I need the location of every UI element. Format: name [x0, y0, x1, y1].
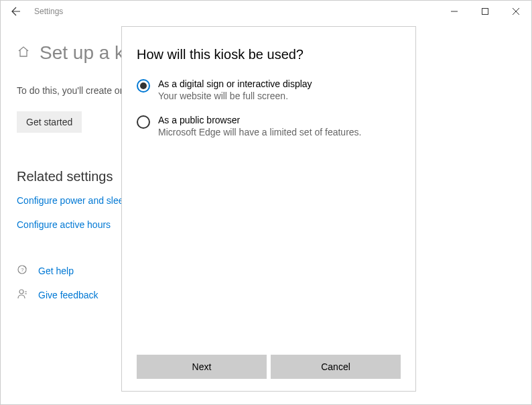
radio-text: As a digital sign or interactive display…: [158, 78, 312, 101]
radio-sublabel: Your website will be full screen.: [158, 91, 312, 101]
feedback-icon: [17, 288, 29, 302]
back-button[interactable]: [6, 1, 26, 21]
radio-sublabel: Microsoft Edge will have a limited set o…: [158, 127, 361, 137]
svg-rect-0: [482, 9, 488, 15]
radio-inner-dot: [140, 82, 147, 89]
cancel-button[interactable]: Cancel: [271, 355, 401, 379]
dialog-buttons: Next Cancel: [137, 355, 401, 379]
home-icon: [17, 45, 30, 61]
svg-text:?: ?: [21, 267, 24, 273]
help-icon: ?: [17, 264, 29, 278]
window-controls: [439, 1, 531, 22]
maximize-button[interactable]: [470, 1, 501, 22]
titlebar: Settings: [1, 1, 531, 22]
minimize-button[interactable]: [439, 1, 470, 22]
get-started-button[interactable]: Get started: [17, 111, 82, 133]
radio-option-public-browser[interactable]: As a public browser Microsoft Edge will …: [137, 115, 401, 137]
radio-button[interactable]: [137, 115, 150, 129]
close-button[interactable]: [501, 1, 531, 22]
kiosk-setup-dialog: How will this kiosk be used? As a digita…: [121, 26, 416, 392]
dialog-title: How will this kiosk be used?: [137, 47, 401, 62]
radio-option-digital-sign[interactable]: As a digital sign or interactive display…: [137, 78, 401, 101]
window-title: Settings: [34, 7, 63, 16]
give-feedback-link[interactable]: Give feedback: [38, 290, 98, 300]
radio-label: As a public browser: [158, 115, 361, 125]
radio-button[interactable]: [137, 79, 150, 93]
svg-point-3: [19, 290, 23, 294]
get-help-link[interactable]: Get help: [38, 266, 74, 276]
radio-text: As a public browser Microsoft Edge will …: [158, 115, 361, 137]
radio-label: As a digital sign or interactive display: [158, 78, 312, 89]
next-button[interactable]: Next: [137, 355, 267, 379]
close-icon: [513, 8, 519, 15]
minimize-icon: [451, 8, 458, 15]
maximize-icon: [482, 8, 488, 15]
arrow-left-icon: [11, 6, 21, 17]
